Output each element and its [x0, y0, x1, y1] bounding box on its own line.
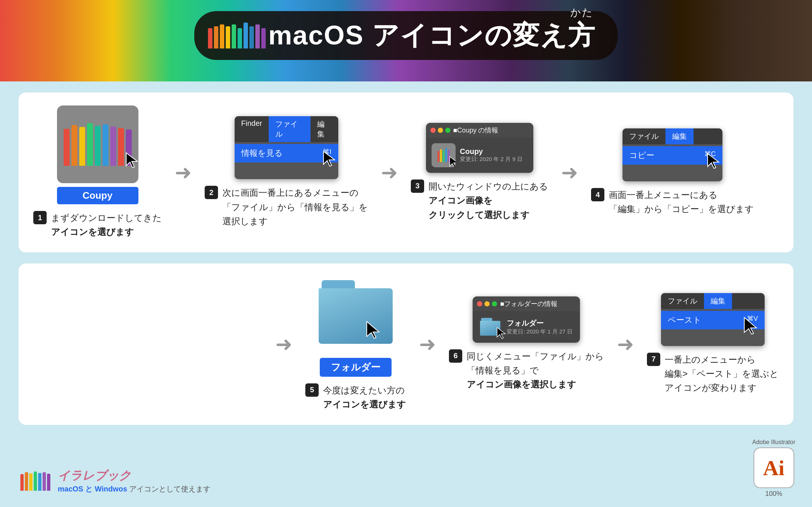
step-7-desc: 一番上のメニューから 編集>「ペースト」を選ぶと アイコンが変わります	[665, 353, 779, 395]
cursor-step6	[496, 326, 507, 340]
step-4-dropdown: コピー ⌘C	[623, 144, 722, 181]
step-5-desc: 今度は変えたい方の アイコンを選びます	[323, 383, 406, 412]
step-6-container: ■フォルダーの情報 フォルダ	[449, 296, 604, 392]
svg-marker-1	[323, 151, 335, 166]
step-6-title: ■フォルダーの情報	[500, 299, 557, 308]
footer-crayon-icon	[20, 471, 50, 491]
step-7-visual: ファイル 編集 ペースト ⌘V	[661, 293, 765, 346]
step-4-container: ファイル 編集 コピー ⌘C	[591, 128, 754, 216]
crayon-3	[220, 24, 224, 48]
crayon-4	[226, 26, 230, 48]
step-6-body: フォルダー 変更日: 2020 年 1 月 27 日	[473, 311, 580, 343]
arrow-6-7: ➜	[617, 332, 634, 356]
step-5-visual	[313, 276, 398, 354]
cursor-step1	[124, 151, 138, 169]
traffic-lights-3	[430, 128, 450, 133]
crayon-9	[255, 24, 260, 48]
step-3-number: 3	[411, 179, 424, 193]
header-title: macOS アイコンの変え方かた	[268, 18, 595, 53]
step-6-folder-thumb	[478, 317, 502, 337]
svg-marker-4	[367, 322, 379, 338]
header-pill: macOS アイコンの変え方かた	[194, 11, 618, 60]
step-2-container: Finder ファイル 編集 情報を見る ⌘I	[205, 116, 368, 228]
step-6-visual: ■フォルダーの情報 フォルダ	[473, 296, 580, 343]
step-2-desc-row: 2 次に画面一番上にあるメニューの 「ファイル」から「情報を見る」を 選択します	[205, 186, 368, 228]
menu-item-paste: ペースト ⌘V	[661, 311, 765, 329]
menu-file-active: ファイル	[269, 116, 311, 142]
tl-yellow-6	[484, 301, 490, 306]
crayon-stack	[208, 23, 266, 48]
step-4-number: 4	[591, 188, 604, 201]
step-3-container: ■Coupy の情報	[411, 123, 548, 222]
traffic-lights-6	[477, 301, 497, 306]
menu-item-info: 情報を見る ⌘I	[235, 144, 338, 162]
folder-icon-wrap	[319, 280, 393, 344]
svg-marker-5	[497, 328, 505, 339]
step-5-desc-row: 5 今度は変えたい方の アイコンを選びます	[305, 383, 406, 412]
arrow-2-3: ➜	[381, 161, 398, 184]
crayon-10	[261, 28, 266, 48]
ai-badge-label: Adobe Illustrator	[752, 439, 795, 446]
footer-subtitle: macOS と Windwos アイコンとして使えます	[58, 484, 211, 494]
step-7-dropdown: ペースト ⌘V	[661, 309, 765, 346]
menu-edit-7-active: 編集	[704, 293, 732, 309]
step-6-number: 6	[449, 349, 462, 363]
step-1-app-label: Coupy	[57, 187, 138, 204]
menu-finder: Finder	[235, 116, 269, 142]
ai-icon: Ai	[754, 447, 794, 488]
step-1-visual	[57, 105, 138, 183]
footer-logo-name: イラレブック	[58, 468, 211, 484]
main-container: macOS アイコンの変え方かた	[0, 0, 812, 507]
crayon-2	[214, 26, 218, 48]
crayon-display	[64, 123, 132, 166]
svg-marker-3	[708, 154, 719, 168]
tl-red-6	[477, 301, 482, 306]
crayon-5	[232, 24, 236, 48]
menu-item-copy: コピー ⌘C	[623, 146, 722, 165]
step-4-menubar: ファイル 編集	[623, 128, 722, 144]
tl-green-3	[445, 128, 450, 133]
menu-file-4: ファイル	[623, 128, 665, 144]
arrow-3-4: ➜	[561, 161, 578, 184]
header-section: macOS アイコンの変え方かた	[0, 0, 812, 81]
step-2-dropdown: 情報を見る ⌘I	[235, 142, 338, 179]
rows-container: Coupy 1 まずダウンロードしてきた アイコンを選びます ➜ Finder …	[0, 81, 812, 436]
step-3-body: Coupy 変更日: 2020 年 2 月 9 日	[426, 138, 533, 173]
cursor-step5	[365, 320, 382, 340]
step-panel-row1: Coupy 1 まずダウンロードしてきた アイコンを選びます ➜ Finder …	[19, 93, 793, 252]
step-3-visual: ■Coupy の情報	[426, 123, 533, 173]
step-3-desc: 開いたウィンドウの上にある アイコン画像を クリックして選択します	[429, 179, 548, 222]
footer-text: イラレブック macOS と Windwos アイコンとして使えます	[58, 468, 211, 494]
arrow-5-6: ➜	[419, 332, 436, 356]
svg-marker-0	[126, 153, 137, 168]
cursor-step2	[322, 150, 336, 168]
tl-red-3	[430, 128, 436, 133]
svg-marker-2	[450, 157, 456, 167]
step-3-desc-row: 3 開いたウィンドウの上にある アイコン画像を クリックして選択します	[411, 179, 548, 222]
step-6-titlebar: ■フォルダーの情報	[473, 296, 580, 311]
svg-marker-6	[744, 318, 756, 334]
cursor-step4	[706, 152, 721, 170]
step-7-menubar: ファイル 編集	[661, 293, 765, 309]
step-2-number: 2	[205, 186, 218, 199]
folder-body	[319, 288, 393, 344]
step-1-desc: まずダウンロードしてきた アイコンを選びます	[51, 211, 162, 239]
step-6-desc: 同じくメニュー「ファイル」から 「情報を見る」で アイコン画像を選択します	[467, 349, 604, 392]
tl-yellow-3	[438, 128, 443, 133]
step-panel-row2: ➜ フォルダー	[19, 263, 793, 425]
menu-edit: 編集	[311, 116, 338, 142]
step-3-titlebar: ■Coupy の情報	[426, 123, 533, 138]
crayon-icon-header	[217, 21, 257, 50]
ai-badge-container: Adobe Illustrator Ai 100%	[752, 439, 795, 498]
menu-file-7: ファイル	[661, 293, 704, 309]
step-2-visual: Finder ファイル 編集 情報を見る ⌘I	[235, 116, 338, 179]
step-3-info-text: Coupy 変更日: 2020 年 2 月 9 日	[460, 147, 523, 163]
step-5-folder-label: フォルダー	[320, 358, 392, 377]
step-4-visual: ファイル 編集 コピー ⌘C	[623, 128, 722, 181]
step-2-desc: 次に画面一番上にあるメニューの 「ファイル」から「情報を見る」を 選択します	[222, 186, 368, 228]
cursor-step3-icon	[448, 155, 456, 167]
crayon-7	[244, 23, 248, 48]
step-2-menubar: Finder ファイル 編集	[235, 116, 338, 142]
cursor-step7	[742, 316, 759, 336]
footer-area: イラレブック macOS と Windwos アイコンとして使えます	[20, 468, 211, 494]
